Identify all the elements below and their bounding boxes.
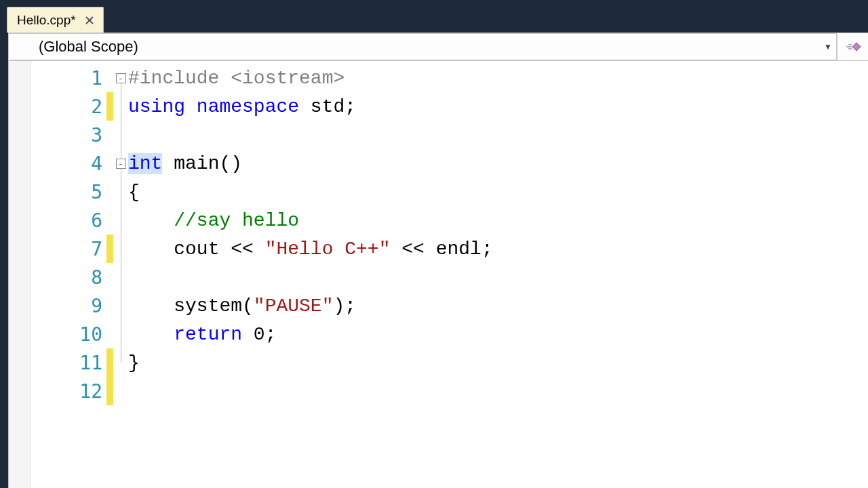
- line-number: 10: [79, 323, 102, 346]
- line-number: 6: [91, 209, 102, 232]
- selection: int: [128, 153, 162, 174]
- outline-guide: [121, 235, 121, 263]
- changed-line-marker: [106, 377, 113, 405]
- code-line[interactable]: int main(): [128, 149, 868, 178]
- fold-toggle[interactable]: -: [116, 73, 126, 83]
- tab-title: Hello.cpp*: [17, 13, 76, 28]
- editor-window: Hello.cpp* (Global Scope) ▼ 1 2 3: [0, 0, 868, 488]
- line-number: 7: [91, 238, 102, 260]
- line-number: 2: [91, 96, 102, 118]
- scope-side-button[interactable]: [837, 33, 868, 60]
- line-number: 4: [91, 152, 102, 175]
- outline-guide: [121, 206, 121, 235]
- outline-guide: [121, 149, 121, 159]
- changed-line-marker: [106, 92, 113, 121]
- chevron-down-icon: ▼: [824, 42, 832, 52]
- line-number: 3: [91, 124, 102, 146]
- code-area[interactable]: #include <iostream> using namespace std;…: [128, 61, 868, 488]
- outline-guide: [121, 320, 121, 348]
- scope-bar: (Global Scope) ▼: [8, 33, 868, 61]
- code-line[interactable]: cout << "Hello C++" << endl;: [128, 235, 868, 263]
- line-number-gutter: 1 2 3 4 5 6 7 8 9 10 11 12: [31, 61, 106, 488]
- changed-line-marker: [106, 235, 113, 263]
- code-line[interactable]: [128, 377, 868, 405]
- outlining-column: - -: [113, 61, 128, 488]
- changed-line-marker: [106, 348, 113, 377]
- outline-guide: [121, 263, 121, 291]
- outline-guide: [121, 83, 121, 92]
- code-line[interactable]: using namespace std;: [128, 92, 868, 121]
- file-tab[interactable]: Hello.cpp*: [7, 7, 104, 33]
- fold-toggle[interactable]: -: [116, 159, 126, 169]
- code-line[interactable]: system("PAUSE");: [128, 291, 868, 320]
- line-number: 11: [79, 352, 102, 374]
- svg-marker-5: [852, 43, 861, 51]
- line-number: 12: [79, 380, 102, 403]
- tab-bar: Hello.cpp*: [0, 0, 868, 33]
- line-number: 8: [91, 266, 102, 289]
- outline-guide: [121, 168, 121, 178]
- close-icon[interactable]: [83, 14, 96, 27]
- line-number: 9: [91, 295, 102, 317]
- diamond-icon: [845, 39, 861, 55]
- breakpoint-margin[interactable]: [9, 61, 31, 488]
- code-line[interactable]: {: [128, 178, 868, 206]
- code-line[interactable]: [128, 121, 868, 149]
- outline-guide: [121, 348, 121, 363]
- code-line[interactable]: [128, 263, 868, 291]
- scope-label: (Global Scope): [39, 38, 138, 56]
- code-editor[interactable]: 1 2 3 4 5 6 7 8 9 10 11 12: [8, 61, 868, 488]
- outline-guide: [121, 121, 121, 149]
- line-number: 5: [91, 181, 102, 203]
- code-line[interactable]: #include <iostream>: [128, 64, 868, 92]
- outline-guide: [121, 92, 121, 121]
- outline-guide: [121, 291, 121, 320]
- line-number: 1: [91, 67, 102, 89]
- code-line[interactable]: //say hello: [128, 206, 868, 235]
- scope-dropdown[interactable]: (Global Scope) ▼: [8, 33, 837, 60]
- change-indicator-column: [106, 61, 113, 488]
- code-line[interactable]: }: [128, 348, 868, 377]
- code-line[interactable]: return 0;: [128, 320, 868, 348]
- outline-guide: [121, 178, 121, 206]
